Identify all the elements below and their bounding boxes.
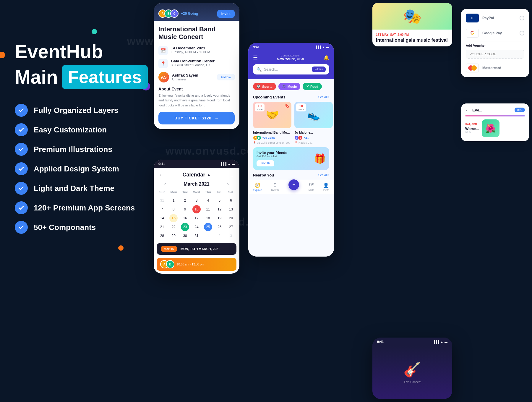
feature-item-6: 120+ Premium App Screens — [15, 201, 151, 214]
date-25-selected[interactable]: 25 — [204, 223, 212, 231]
date-5[interactable]: 5 — [215, 196, 224, 205]
date-18[interactable]: 18 — [204, 214, 212, 222]
calendar-title-group: Calendar ▲ — [183, 172, 211, 178]
feature-label-5: Light and Dark Theme — [34, 184, 114, 193]
date-3-next[interactable]: 3 — [227, 232, 235, 240]
date-28[interactable]: 28 — [158, 232, 166, 240]
category-tabs: ⚽ Sports 🎵 Music ✕ Food — [248, 79, 334, 93]
date-6[interactable]: 6 — [227, 196, 235, 205]
date-11[interactable]: 11 — [204, 205, 212, 213]
status-icons: ▐▐▐ ▲ ▬ — [220, 162, 235, 166]
date-29[interactable]: 29 — [169, 232, 178, 240]
back-button[interactable]: ← — [158, 172, 164, 178]
phone-dark-theme: 9:41 ▐▐▐ ▲ ▬ 🎸 Live Concert — [372, 338, 452, 399]
follow-button[interactable]: Follow — [217, 74, 235, 80]
festival-name: International gala music festival — [376, 38, 449, 43]
women-date: SAT, APR — [465, 123, 479, 126]
filter-button[interactable]: Filters — [312, 67, 326, 72]
nav-map[interactable]: 🗺 Map — [309, 182, 314, 192]
event-bar-avatars: A B — [160, 260, 174, 268]
bookmark-icon-1[interactable]: 🔖 — [285, 103, 290, 108]
calendar-title: Calendar — [183, 172, 205, 178]
phone-calendar: 9:41 ▐▐▐ ▲ ▬ ← Calendar ▲ ⋮ ‹ March 2021… — [154, 160, 239, 274]
date-27[interactable]: 27 — [227, 223, 235, 231]
paypal-radio[interactable] — [520, 16, 524, 20]
voucher-input[interactable] — [466, 50, 524, 59]
date-9[interactable]: 9 — [181, 205, 189, 213]
date-31[interactable]: 31 — [192, 232, 201, 240]
calendar-nav: ‹ March 2021 › — [154, 180, 239, 189]
date-13[interactable]: 13 — [227, 205, 235, 213]
dark-concert-image: 🎸 Live Concert — [372, 346, 452, 399]
calendar-icon: 📅 — [158, 46, 168, 55]
events-label: Events — [271, 188, 280, 191]
date-10-today[interactable]: 10 — [192, 205, 201, 213]
dark-battery-icon: ▬ — [445, 340, 447, 343]
menu-icon[interactable]: ☰ — [253, 54, 258, 61]
event-list-back-button[interactable]: ← — [465, 108, 469, 112]
dark-signal-icon: ▐▐▐ — [433, 340, 439, 343]
bottom-nav: 🧭 Explore 🗓 Events + 🗺 Map 👤 Invite — [248, 180, 334, 194]
date-21[interactable]: 21 — [158, 223, 166, 231]
date-30[interactable]: 30 — [181, 232, 189, 240]
date-31-prev[interactable]: 31 — [158, 196, 166, 205]
nav-explore[interactable]: 🧭 Explore — [253, 182, 262, 192]
invite-button[interactable]: Invite — [217, 10, 235, 18]
date-16[interactable]: 16 — [181, 214, 189, 222]
invite-text: Invite your friends Get $20 for ticket — [257, 151, 287, 158]
google-logo: G — [466, 29, 479, 38]
see-all-upcoming[interactable]: See All › — [318, 95, 329, 99]
music-tab[interactable]: 🎵 Music — [278, 83, 300, 90]
add-voucher-label: Add Voucher — [466, 44, 524, 47]
sports-tab[interactable]: ⚽ Sports — [253, 83, 276, 90]
calendar-more-button[interactable]: ⋮ — [229, 171, 235, 178]
invite-small-button[interactable]: INVITE — [257, 160, 274, 166]
date-1-next[interactable]: 1 — [204, 232, 212, 240]
date-24[interactable]: 24 — [192, 223, 201, 231]
loc-pin-icon-1: 📍 — [253, 141, 256, 144]
date-12[interactable]: 12 — [215, 205, 224, 213]
mastercard-label: Mastercard — [482, 66, 501, 70]
calendar-dates: 31 1 2 3 4 5 6 7 8 9 10 11 12 13 14 15 1… — [157, 196, 236, 240]
date-1[interactable]: 1 — [169, 196, 178, 205]
far-right-panel: ← Eve... UP... SAT, APR Wome... 53 Bu...… — [461, 103, 529, 145]
organizer-row: AS Ashfak Sayem Organizer Follow — [158, 72, 235, 82]
date-3[interactable]: 3 — [192, 196, 201, 205]
date-7[interactable]: 7 — [158, 205, 166, 213]
nav-invite[interactable]: 👤 Invite — [323, 182, 330, 192]
next-month-button[interactable]: › — [227, 181, 229, 187]
date-23-selected[interactable]: 23 — [181, 223, 189, 231]
date-22[interactable]: 22 — [169, 223, 178, 231]
buy-ticket-button[interactable]: BUY TICKET $120 → — [158, 112, 235, 124]
date-8[interactable]: 8 — [169, 205, 178, 213]
google-radio[interactable] — [520, 31, 524, 35]
signal-icon: ▐▐▐ — [220, 162, 226, 166]
date-19[interactable]: 19 — [215, 214, 224, 222]
google-text: G — [471, 30, 474, 36]
map-icon: 🗺 — [309, 182, 314, 188]
app-header: ☰ Current Location New Yourk, USA 🔔 🔍 Se… — [248, 51, 334, 79]
loc-text-2: Radius Ga... — [299, 141, 313, 144]
date-15-highlighted[interactable]: 15 — [169, 214, 178, 222]
fab-add-button[interactable]: + — [288, 179, 299, 190]
date-26[interactable]: 26 — [215, 223, 224, 231]
subtitle-main: Main — [15, 66, 58, 88]
date-4[interactable]: 4 — [204, 196, 212, 205]
festival-image: 🎭 — [372, 3, 452, 30]
date-2[interactable]: 2 — [181, 196, 189, 205]
see-all-nearby[interactable]: See All › — [318, 174, 329, 177]
food-tab[interactable]: ✕ Food — [303, 83, 322, 90]
date-14[interactable]: 14 — [158, 214, 166, 222]
date-20[interactable]: 20 — [227, 214, 235, 222]
search-bar[interactable]: 🔍 Search... Filters — [253, 64, 329, 74]
nav-events[interactable]: 🗓 Events — [271, 182, 280, 192]
date-2-next[interactable]: 2 — [215, 232, 224, 240]
notification-icon[interactable]: 🔔 — [323, 55, 329, 61]
nav-fab[interactable]: + — [288, 182, 299, 192]
payment-panel: P PayPal G Google Pay Add Voucher Master… — [461, 9, 529, 77]
invite-banner-content: Invite your friends Get $20 for ticket I… — [257, 151, 287, 166]
event-bar-info: 10:00 am - 12:30 pm — [177, 263, 204, 266]
event-avatars-1: A B — [253, 135, 261, 140]
date-17[interactable]: 17 — [192, 214, 201, 222]
prev-month-button[interactable]: ‹ — [164, 181, 166, 187]
